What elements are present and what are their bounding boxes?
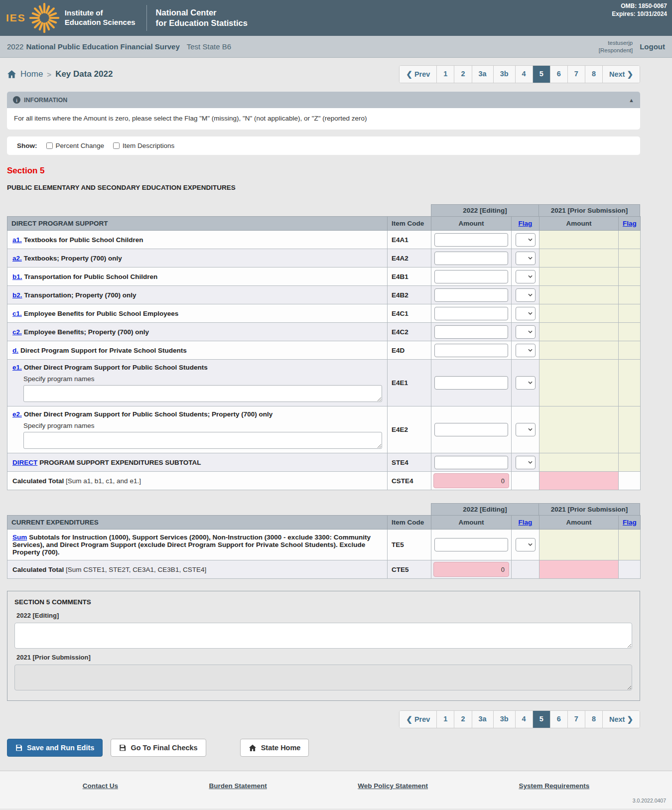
page-button-6[interactable]: 6 [550, 711, 567, 728]
item-link-e1[interactable]: e1. [12, 364, 22, 371]
item-descriptions-option[interactable]: Item Descriptions [113, 142, 174, 149]
next-page-button[interactable]: Next ❯ [602, 711, 640, 728]
flag-select-e4b2[interactable] [516, 288, 536, 302]
page-button-6[interactable]: 6 [550, 66, 567, 83]
logout-button[interactable]: Logout [640, 42, 665, 51]
item-code-header: Item Code [388, 516, 431, 530]
item-link-a2[interactable]: a2. [12, 255, 22, 262]
amount-input-e4c1[interactable] [434, 307, 508, 320]
item-descriptions-checkbox[interactable] [113, 142, 120, 149]
page-button-7[interactable]: 7 [567, 711, 585, 728]
flag-select-e4c2[interactable] [516, 325, 536, 339]
information-panel-header[interactable]: i INFORMATION ▲ [7, 92, 640, 108]
item-code: E4A2 [388, 249, 431, 268]
page-button-2[interactable]: 2 [454, 711, 471, 728]
next-page-button[interactable]: Next ❯ [602, 66, 640, 83]
breadcrumb: Home > Key Data 2022 [7, 69, 113, 79]
comments-2021-textarea [14, 665, 632, 690]
amount-input-te5[interactable] [434, 538, 508, 551]
flag-header-link-2022[interactable]: Flag [519, 220, 533, 227]
item-link-c1[interactable]: c1. [12, 310, 22, 317]
collapse-icon[interactable]: ▲ [629, 97, 634, 103]
prior-flag-cell [619, 304, 641, 323]
prev-page-button[interactable]: ❮ Prev [400, 711, 436, 728]
flag-header-link-2022[interactable]: Flag [519, 519, 533, 526]
prior-amount-cell [539, 249, 619, 268]
flag-select-e4e2[interactable] [516, 423, 536, 436]
amount-input-e4e2[interactable] [434, 423, 508, 436]
page-button-3b[interactable]: 3b [493, 66, 515, 83]
ies-logo: IES Institute of Education Sciences [6, 2, 135, 33]
flag-select-e4e1[interactable] [516, 376, 536, 390]
contact-us-link[interactable]: Contact Us [83, 782, 118, 790]
page-button-1[interactable]: 1 [436, 66, 454, 83]
amount-input-e4a2[interactable] [434, 252, 508, 265]
amount-input-e4b2[interactable] [434, 288, 508, 302]
page-button-2[interactable]: 2 [454, 66, 471, 83]
item-link-direct[interactable]: DIRECT [12, 459, 37, 466]
prior-amount-cell [539, 530, 619, 560]
percent-change-checkbox[interactable] [46, 142, 53, 149]
item-link-b2[interactable]: b2. [12, 291, 22, 299]
flag-select-e4a1[interactable] [516, 233, 536, 247]
chevron-right-icon: ❯ [627, 715, 633, 723]
breadcrumb-home-link[interactable]: Home [20, 69, 43, 79]
page-button-4[interactable]: 4 [515, 66, 533, 83]
amount-input-e4b1[interactable] [434, 270, 508, 283]
flag-select-e4c1[interactable] [516, 307, 536, 320]
flag-header-link-2021[interactable]: Flag [623, 220, 637, 227]
amount-input-e4e1[interactable] [434, 376, 508, 390]
save-and-run-edits-button[interactable]: Save and Run Edits [7, 739, 103, 757]
page-button-5-active[interactable]: 5 [533, 66, 550, 83]
home-icon[interactable] [7, 70, 16, 79]
save-icon [119, 744, 126, 751]
item-code: E4B1 [388, 268, 431, 286]
item-code: E4D [388, 341, 431, 360]
item-link-e2[interactable]: e2. [12, 410, 22, 418]
burden-statement-link[interactable]: Burden Statement [209, 782, 267, 790]
item-link-a1[interactable]: a1. [12, 236, 22, 244]
page-button-4[interactable]: 4 [515, 711, 533, 728]
system-requirements-link[interactable]: System Requirements [519, 782, 589, 790]
flag-select-e4a2[interactable] [516, 252, 536, 265]
group-2022-editing: 2022 [Editing] [431, 503, 539, 515]
item-link-b1[interactable]: b1. [12, 273, 22, 280]
comments-2022-label: 2022 [Editing] [16, 612, 633, 619]
flag-header-link-2021[interactable]: Flag [623, 519, 637, 526]
page-button-3b[interactable]: 3b [493, 711, 515, 728]
prior-flag-cell [619, 453, 641, 472]
go-to-final-checks-button[interactable]: Go To Final Checks [111, 739, 206, 757]
page-button-3a[interactable]: 3a [472, 711, 493, 728]
flag-select-e4b1[interactable] [516, 270, 536, 283]
amount-input-ste4[interactable] [434, 456, 508, 469]
web-policy-statement-link[interactable]: Web Policy Statement [358, 782, 428, 790]
amount-input-e4c2[interactable] [434, 325, 508, 339]
comments-2022-textarea[interactable] [14, 623, 632, 649]
survey-title: National Public Education Financial Surv… [26, 42, 179, 51]
page-button-7[interactable]: 7 [567, 66, 585, 83]
page-button-1[interactable]: 1 [436, 711, 454, 728]
program-names-textarea-e4e1[interactable] [23, 385, 382, 402]
item-link-sum[interactable]: Sum [12, 534, 27, 541]
flag-select-ste4[interactable] [516, 456, 536, 469]
state-home-button[interactable]: State Home [240, 739, 309, 757]
page-button-5-active[interactable]: 5 [533, 711, 550, 728]
item-link-c2[interactable]: c2. [12, 328, 22, 336]
flag-select-te5[interactable] [516, 538, 536, 551]
item-link-d[interactable]: d. [12, 347, 18, 354]
amount-input-e4d[interactable] [434, 344, 508, 357]
table-row-e4b2: b2.Transportation; Property (700) only E… [7, 286, 641, 304]
flag-select-e4d[interactable] [516, 344, 536, 357]
program-names-textarea-e4e2[interactable] [23, 432, 382, 449]
prev-page-button[interactable]: ❮ Prev [400, 66, 436, 83]
percent-change-option[interactable]: Percent Change [46, 142, 105, 149]
page-button-8[interactable]: 8 [585, 711, 602, 728]
prior-amount-cell [539, 231, 619, 249]
pagination-bottom: ❮ Prev 1 2 3a 3b 4 5 6 7 8 Next ❯ [399, 710, 640, 728]
table-row-ste4: DIRECTPROGRAM SUPPORT EXPENDITURES SUBTO… [7, 453, 641, 472]
username: testuserjp [599, 39, 633, 47]
page-button-3a[interactable]: 3a [472, 66, 493, 83]
page-button-8[interactable]: 8 [585, 66, 602, 83]
amount-input-e4a1[interactable] [434, 233, 508, 247]
calculated-total-cte5 [433, 562, 509, 577]
